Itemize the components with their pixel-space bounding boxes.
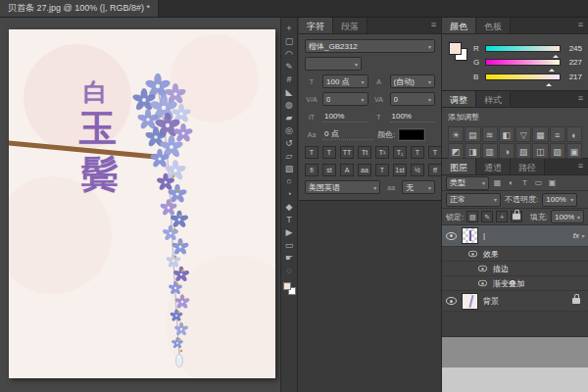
lock-position-button[interactable]: + [496,211,508,222]
ligatures-button[interactable]: fi [305,164,318,176]
underline-button[interactable]: T [411,146,424,159]
blue-channel-slider[interactable] [485,74,561,80]
adjustment-color-lookup-button[interactable]: ▥ [482,143,498,159]
layer-list-empty-space[interactable] [442,312,588,337]
kerning-select[interactable]: 0 ▾ [322,92,368,106]
adjustment-posterize-button[interactable]: ▧ [515,143,531,159]
path-select-tool[interactable]: ▶ [281,226,297,239]
tab-layers[interactable]: 图层 [442,159,476,174]
adjustment-brightness-contrast-button[interactable]: ☀ [448,126,464,142]
layer-row-background[interactable]: 背景 [442,291,588,312]
tab-character[interactable]: 字符 [299,18,333,33]
swash-button[interactable]: T [375,164,389,176]
visibility-eye-icon[interactable] [446,297,457,305]
adjustment-invert-button[interactable]: ◑ [499,143,514,159]
fractions-button[interactable]: ½ [411,164,424,176]
all-caps-button[interactable]: TT [340,146,354,159]
adjustment-threshold-button[interactable]: ◫ [532,143,548,159]
move-tool[interactable]: + [281,23,297,35]
adjustment-hue-saturation-button[interactable]: ▦ [532,126,548,142]
visibility-eye-icon[interactable] [468,251,477,257]
font-size-select[interactable]: 100 点 ▾ [322,74,368,88]
layer-row-stroke[interactable]: 描边 [442,262,588,276]
tab-paragraph[interactable]: 段落 [333,18,368,33]
background-layer-thumbnail[interactable] [462,293,478,310]
text-color-swatch[interactable] [399,129,424,140]
eyedropper-tool[interactable]: ◣ [281,86,297,99]
tab-color[interactable]: 颜色 [442,18,476,33]
gradient-tool[interactable]: ▨ [281,163,297,175]
baseline-shift-field[interactable]: 0 点 [322,128,373,140]
marquee-tool[interactable]: ▢ [281,35,297,48]
filter-pixel-layers-icon[interactable]: ▦ [492,178,503,187]
tab-swatches[interactable]: 色板 [476,18,511,33]
tab-adjustments[interactable]: 调整 [442,91,476,107]
red-channel-value[interactable]: 245 [564,44,582,53]
green-channel-slider[interactable] [485,59,561,66]
small-caps-button[interactable]: Tt [358,146,371,159]
visibility-eye-icon[interactable] [446,232,457,240]
blue-channel-value[interactable]: 217 [564,73,582,81]
discretionary-ligatures-button[interactable]: ff [428,164,442,176]
superscript-button[interactable]: T¹ [375,146,389,159]
fill-field[interactable]: 100% ▾ [551,210,584,223]
panel-menu-icon[interactable]: ≡ [573,159,588,174]
shape-tool[interactable]: ▭ [281,239,297,252]
adjustment-curves-button[interactable]: ≋ [482,126,498,142]
hand-tool[interactable]: ☛ [281,252,297,265]
text-layer-thumbnail[interactable] [462,227,478,244]
blur-tool[interactable]: ○ [281,175,297,188]
tab-styles[interactable]: 样式 [476,91,511,107]
language-select[interactable]: 美国英语 ▾ [305,180,380,194]
adjustment-color-balance-button[interactable]: ≡ [550,126,565,142]
faux-bold-button[interactable]: T [305,146,318,159]
lock-transparency-button[interactable]: ▨ [466,211,478,222]
history-brush-tool[interactable]: ↺ [281,137,297,150]
font-style-select[interactable]: ▾ [305,57,362,71]
zoom-tool[interactable]: ◌ [281,265,297,277]
stylistic-alternates-button[interactable]: A [340,164,354,176]
brush-tool[interactable]: ▰ [281,112,297,124]
lock-pixels-button[interactable]: ✎ [481,211,493,222]
foreground-background-swatches[interactable] [283,282,296,295]
panel-menu-icon[interactable]: ≡ [573,91,588,107]
foreground-color-swatch[interactable] [449,42,462,55]
layer-row-gradient-overlay[interactable]: 渐变叠加 [442,276,588,291]
canvas-document[interactable]: 白 玉 鬓 [9,29,275,378]
layer-row-text[interactable]: | fx ▾ [442,225,588,247]
strikethrough-button[interactable]: T [428,146,442,159]
slider-marker[interactable] [546,80,552,86]
layer-effects-badge[interactable]: fx ▾ [573,231,584,240]
tracking-select[interactable]: 0 ▾ [390,92,436,106]
adjustment-photo-filter-button[interactable]: ◩ [448,143,464,159]
faux-italic-button[interactable]: T [322,146,336,159]
titling-alternates-button[interactable]: aa [358,164,371,176]
adjustment-channel-mixer-button[interactable]: ◨ [465,143,480,159]
lock-all-button[interactable] [511,211,522,222]
color-swatch-pair[interactable] [448,41,473,83]
layer-row-effects[interactable]: 效果 [442,247,588,262]
leading-select[interactable]: (自动) ▾ [390,74,436,88]
quick-select-tool[interactable]: ✎ [281,61,297,74]
antialias-select[interactable]: 无 ▾ [402,180,435,194]
dodge-tool[interactable]: ◔ [281,188,297,201]
tab-channels[interactable]: 通道 [476,159,511,174]
layer-filter-select[interactable]: 类型 ▾ [446,176,489,190]
adjustment-gradient-map-button[interactable]: ▨ [550,143,565,159]
clone-stamp-tool[interactable]: ◎ [281,124,297,137]
filter-adjustment-layers-icon[interactable]: ◐ [506,178,516,187]
vertical-scale-field[interactable]: 100% [322,111,368,122]
lasso-tool[interactable]: ◠ [281,48,297,61]
subscript-button[interactable]: T₁ [393,146,407,159]
font-family-select[interactable]: 楷体_GB2312 ▾ [305,39,435,53]
canvas-area[interactable]: 白 玉 鬓 [0,18,280,392]
filter-type-layers-icon[interactable]: T [519,178,530,187]
adjustment-black-white-button[interactable]: ◐ [566,126,582,142]
opacity-field[interactable]: 100% ▾ [542,193,577,207]
type-tool[interactable]: T [281,214,297,226]
visibility-eye-icon[interactable] [478,280,487,286]
healing-brush-tool[interactable]: ◍ [281,99,297,112]
eraser-tool[interactable]: ▱ [281,150,297,163]
slider-marker[interactable] [549,66,555,72]
document-tab[interactable]: 贝首条 27.jpg @ 100% (|, RGB/8#) * [0,0,159,17]
